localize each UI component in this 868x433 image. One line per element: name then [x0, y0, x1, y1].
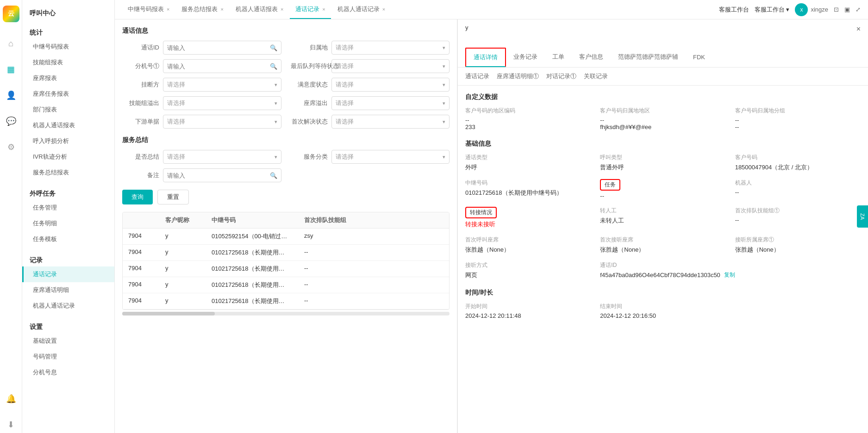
- nav-item-ext-number[interactable]: 分机号息: [22, 365, 114, 380]
- filter-row-call-id: 通话ID 🔍: [122, 41, 281, 55]
- td-skill-4: --: [299, 293, 354, 309]
- detail-content: 自定义数据 客户号码的地区编码 -- 233 客户号码归属地地区 -- fhjk…: [458, 86, 868, 336]
- tab-bar: 中继号码报表 × 服务总结报表 × 机器人通话报表 × 通话记录 × 机器人通话…: [122, 0, 391, 19]
- label-task: 任务: [600, 179, 725, 191]
- nav-item-robot-report[interactable]: 机器人通话报表: [22, 118, 114, 133]
- table-row[interactable]: 7904 y 01021725618（长期使用… --: [123, 261, 449, 277]
- value-customer-number: 18500047904（北京 / 北京）: [735, 163, 861, 172]
- nav-item-number-mgmt[interactable]: 号码管理: [22, 349, 114, 365]
- reset-button[interactable]: 重置: [157, 190, 189, 204]
- filter-select-location[interactable]: 请选择 ▾: [331, 41, 450, 55]
- nav-item-call-analysis[interactable]: 呼入呼损分析: [22, 133, 114, 149]
- tab-relay-report[interactable]: 中继号码报表 ×: [122, 0, 175, 19]
- service-dot-btn[interactable]: ZA: [857, 205, 868, 228]
- nav-item-call-records[interactable]: 通话记录: [22, 266, 114, 282]
- tab-close-robot[interactable]: ×: [281, 6, 283, 12]
- field-call-id-detail: 通话ID f45a47ba0ad96O4e64Cbf78C94dde1303c5…: [600, 261, 861, 279]
- download-icon[interactable]: ⬇: [3, 416, 19, 433]
- tab-robot-report[interactable]: 机器人通话报表 ×: [230, 0, 289, 19]
- tab-close-service[interactable]: ×: [220, 6, 223, 12]
- tab-call-records[interactable]: 通话记录 ×: [290, 0, 331, 19]
- filter-input-note[interactable]: 🔍: [163, 168, 281, 182]
- label-call-id-detail: 通话ID: [600, 261, 861, 269]
- chat-icon[interactable]: 💬: [3, 113, 19, 130]
- filter-input-call-id[interactable]: 🔍: [163, 41, 281, 55]
- horizontal-scrollbar[interactable]: [122, 312, 450, 315]
- basic-info-row4: 首次呼叫座席 张胜越（None） 首次接听座席 张胜越（None） 接听所属座席…: [465, 236, 861, 254]
- service-section-title: 服务总结: [122, 136, 450, 144]
- detail-tab-call-info[interactable]: 通话详情: [465, 48, 506, 67]
- service-platform-label[interactable]: 客服工作台: [719, 6, 749, 14]
- td-id-3: 7904: [123, 277, 160, 293]
- nav-item-ivr-analysis[interactable]: IVR轨迹分析: [22, 149, 114, 165]
- nav-item-seat-report[interactable]: 座席报表: [22, 70, 114, 86]
- monitor-icon[interactable]: ▣: [844, 6, 850, 13]
- detail-sub-tabs: 通话记录 座席通话明细① 对话记录① 关联记录: [458, 68, 868, 86]
- filter-select-satisfaction[interactable]: 请选择 ▾: [331, 78, 450, 92]
- table-row[interactable]: 7904 y 01021725618（长期使用… --: [123, 293, 449, 309]
- detail-tab-workorder[interactable]: 工单: [545, 48, 572, 67]
- tab-close-robot-call[interactable]: ×: [382, 6, 385, 12]
- custom-value-region-group-2: --: [735, 124, 861, 130]
- detail-tab-fandes[interactable]: 范德萨范德萨范德萨辅: [611, 48, 686, 67]
- nav-item-task-detail[interactable]: 任务明细: [22, 216, 114, 231]
- filter-select-queue-status[interactable]: 请选择 ▾: [331, 59, 450, 73]
- detail-tab-business[interactable]: 业务记录: [506, 48, 545, 67]
- tab-service-report[interactable]: 服务总结报表 ×: [176, 0, 229, 19]
- nav-item-seat-call-detail[interactable]: 座席通话明细: [22, 282, 114, 298]
- scrollbar-thumb[interactable]: [122, 312, 215, 315]
- note-input[interactable]: [167, 172, 270, 179]
- nav-item-skill-report[interactable]: 技能组报表: [22, 55, 114, 70]
- value-answer-belong-seat: 张胜越（None）: [735, 246, 861, 254]
- sub-tab-call-records[interactable]: 通话记录: [465, 72, 489, 80]
- sub-tab-conversation[interactable]: 对话记录①: [546, 72, 576, 80]
- table-row[interactable]: 7904 y 01052592154（00-电销过… zsy: [123, 229, 449, 245]
- filter-input-ext[interactable]: 🔍: [163, 59, 281, 73]
- nav-item-dept-report[interactable]: 部门报表: [22, 102, 114, 118]
- chevron-down-location: ▾: [443, 45, 445, 51]
- filter-select-downstream[interactable]: 请选择 ▾: [163, 115, 281, 129]
- bell-icon[interactable]: 🔔: [3, 390, 19, 407]
- filter-select-hangup[interactable]: 请选择 ▾: [163, 78, 281, 92]
- nav-item-relay-report[interactable]: 中继号码报表: [22, 39, 114, 55]
- screen-icon[interactable]: ⊡: [834, 6, 839, 13]
- users-icon[interactable]: 👤: [3, 87, 19, 104]
- call-id-input[interactable]: [167, 44, 270, 51]
- filter-select-service-category[interactable]: 请选择 ▾: [331, 150, 450, 164]
- expand-icon[interactable]: ⤢: [856, 6, 861, 13]
- home-icon[interactable]: ⌂: [3, 35, 19, 52]
- nav-item-robot-call-records[interactable]: 机器人通话记录: [22, 298, 114, 314]
- time-info-title: 时间/时长: [465, 289, 861, 297]
- nav-section-call-center: 呼叫中心: [22, 4, 114, 19]
- tab-close-call[interactable]: ×: [322, 6, 325, 12]
- time-info-section: 时间/时长 开始时间 2024-12-12 20:11:48 结束时间 2024…: [465, 289, 861, 319]
- tab-close-relay[interactable]: ×: [167, 6, 169, 12]
- nav-item-task-mgmt[interactable]: 任务管理: [22, 200, 114, 216]
- nav-item-service-report[interactable]: 服务总结报表: [22, 165, 114, 180]
- sub-tab-seat-detail[interactable]: 座席通话明细①: [497, 72, 539, 80]
- nav-item-task-template[interactable]: 任务模板: [22, 231, 114, 247]
- tab-robot-call[interactable]: 机器人通话记录 ×: [332, 0, 391, 19]
- stats-icon[interactable]: ▦: [3, 61, 19, 78]
- table-row[interactable]: 7904 y 01021725618（长期使用… --: [123, 245, 449, 261]
- settings-icon[interactable]: ⚙: [3, 139, 19, 155]
- sub-tab-related[interactable]: 关联记录: [584, 72, 608, 80]
- table-row[interactable]: 7904 y 01021725618（长期使用… --: [123, 277, 449, 293]
- detail-tab-customer-info[interactable]: 客户信息: [572, 48, 611, 67]
- filter-select-summary[interactable]: 请选择 ▾: [163, 150, 281, 164]
- label-first-answer-seat: 首次接听座席: [600, 236, 725, 244]
- ext-input[interactable]: [167, 63, 270, 70]
- filter-select-first-resolve[interactable]: 请选择 ▾: [331, 115, 450, 129]
- filter-select-skill-overflow[interactable]: 请选择 ▾: [163, 96, 281, 110]
- th-relay: 中继号码: [206, 212, 299, 228]
- detail-tab-fdk[interactable]: FDK: [686, 49, 712, 66]
- value-call-subtype: 普通外呼: [600, 163, 725, 172]
- copy-button[interactable]: 复制: [724, 271, 735, 279]
- query-button[interactable]: 查询: [122, 190, 153, 204]
- nav-item-seat-task-report[interactable]: 座席任务报表: [22, 86, 114, 102]
- nav-item-basic-settings[interactable]: 基础设置: [22, 333, 114, 349]
- filter-select-seat-overflow[interactable]: 请选择 ▾: [331, 96, 450, 110]
- modal-close-btn[interactable]: ×: [856, 25, 861, 33]
- service-platform-text: 客服工作台 ▾: [755, 6, 790, 14]
- user-area[interactable]: x xingze: [795, 3, 828, 16]
